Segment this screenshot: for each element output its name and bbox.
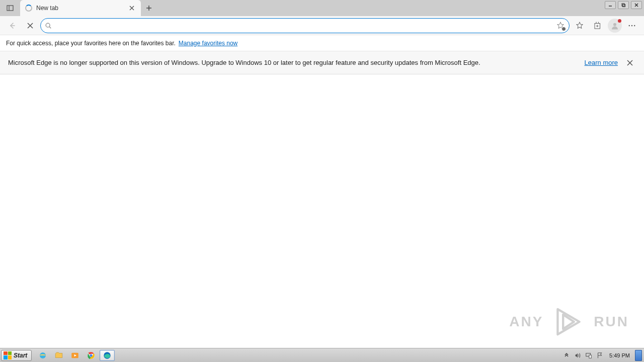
svg-rect-0 — [7, 6, 13, 11]
close-icon — [129, 6, 134, 11]
learn-more-link[interactable]: Learn more — [585, 59, 618, 66]
search-icon — [45, 22, 52, 29]
close-icon — [27, 22, 34, 29]
folder-icon — [54, 351, 63, 360]
watermark-text-2: RUN — [594, 314, 629, 330]
loading-spinner-icon — [25, 5, 32, 12]
windows-taskbar: Start — [0, 348, 644, 362]
chrome-icon — [87, 351, 96, 360]
more-icon — [627, 21, 636, 30]
watermark-text-1: ANY — [509, 314, 543, 330]
banner-close-button[interactable] — [624, 57, 636, 69]
favorites-bar-hint: For quick access, place your favorites h… — [0, 35, 644, 51]
page-content: ANY RUN — [0, 74, 644, 350]
svg-point-24 — [634, 25, 635, 26]
tab-actions-button[interactable] — [0, 0, 20, 16]
speaker-icon — [574, 352, 581, 359]
notification-dot-icon — [618, 19, 621, 23]
unsupported-os-banner: Microsoft Edge is no longer supported on… — [0, 51, 644, 74]
media-player-icon — [70, 351, 79, 360]
internet-explorer-icon — [38, 351, 47, 360]
star-icon — [575, 21, 584, 30]
tray-volume-button[interactable] — [573, 351, 582, 360]
address-bar[interactable] — [40, 18, 570, 33]
svg-line-15 — [49, 27, 51, 28]
title-bar: New tab — [0, 0, 644, 16]
browser-tab[interactable]: New tab — [20, 0, 141, 16]
svg-point-22 — [629, 25, 630, 26]
tab-actions-icon — [6, 4, 14, 12]
show-desktop-button[interactable] — [635, 350, 642, 361]
watermark: ANY RUN — [509, 304, 629, 340]
svg-rect-8 — [623, 5, 625, 7]
tray-expand-button[interactable] — [562, 351, 571, 360]
maximize-button[interactable] — [618, 1, 629, 9]
svg-rect-36 — [589, 355, 591, 358]
manage-favorites-link[interactable]: Manage favorites now — [179, 40, 237, 47]
taskbar-item-chrome[interactable] — [84, 350, 99, 361]
start-button[interactable]: Start — [1, 350, 32, 361]
plus-icon — [146, 5, 152, 11]
taskbar-item-ie[interactable] — [35, 350, 50, 361]
system-tray: 5:49 PM — [562, 350, 643, 361]
maximize-icon — [621, 3, 626, 8]
browser-toolbar — [0, 16, 644, 35]
taskbar-clock[interactable]: 5:49 PM — [606, 352, 633, 358]
edge-icon — [103, 351, 112, 360]
new-tab-button[interactable] — [141, 0, 157, 16]
favorites-button[interactable] — [572, 18, 588, 34]
tab-close-button[interactable] — [128, 4, 136, 12]
flag-icon — [596, 352, 603, 359]
tab-title: New tab — [36, 5, 124, 12]
svg-point-23 — [631, 25, 632, 26]
window-controls — [603, 0, 644, 10]
minimize-icon — [608, 3, 613, 8]
start-label: Start — [14, 352, 27, 359]
back-button[interactable] — [4, 18, 20, 34]
taskbar-item-edge[interactable] — [100, 350, 115, 361]
devices-icon — [585, 352, 592, 359]
taskbar-item-explorer[interactable] — [51, 350, 66, 361]
collections-button[interactable] — [590, 18, 606, 34]
address-input[interactable] — [56, 22, 552, 29]
favorites-sync-button[interactable] — [556, 21, 565, 30]
svg-point-14 — [46, 23, 50, 27]
close-icon — [627, 60, 633, 66]
arrow-left-icon — [8, 22, 16, 30]
stop-reload-button[interactable] — [22, 18, 38, 34]
settings-menu-button[interactable] — [624, 18, 640, 34]
favorites-hint-text: For quick access, place your favorites h… — [6, 40, 176, 47]
close-window-button[interactable] — [631, 1, 642, 9]
tray-devices-button[interactable] — [584, 351, 593, 360]
banner-message: Microsoft Edge is no longer supported on… — [8, 59, 579, 66]
tray-flag-button[interactable] — [595, 351, 604, 360]
collections-icon — [593, 21, 602, 30]
windows-logo-icon — [4, 351, 12, 359]
svg-point-21 — [613, 23, 616, 26]
taskbar-item-media[interactable] — [67, 350, 83, 361]
profile-button[interactable] — [608, 19, 622, 33]
play-icon — [550, 304, 587, 340]
svg-rect-7 — [622, 4, 624, 6]
chevron-up-icon — [564, 353, 569, 358]
close-icon — [634, 3, 639, 8]
sync-badge-icon — [561, 27, 566, 31]
svg-marker-27 — [558, 309, 580, 334]
minimize-button[interactable] — [605, 1, 616, 9]
svg-point-33 — [90, 354, 93, 356]
